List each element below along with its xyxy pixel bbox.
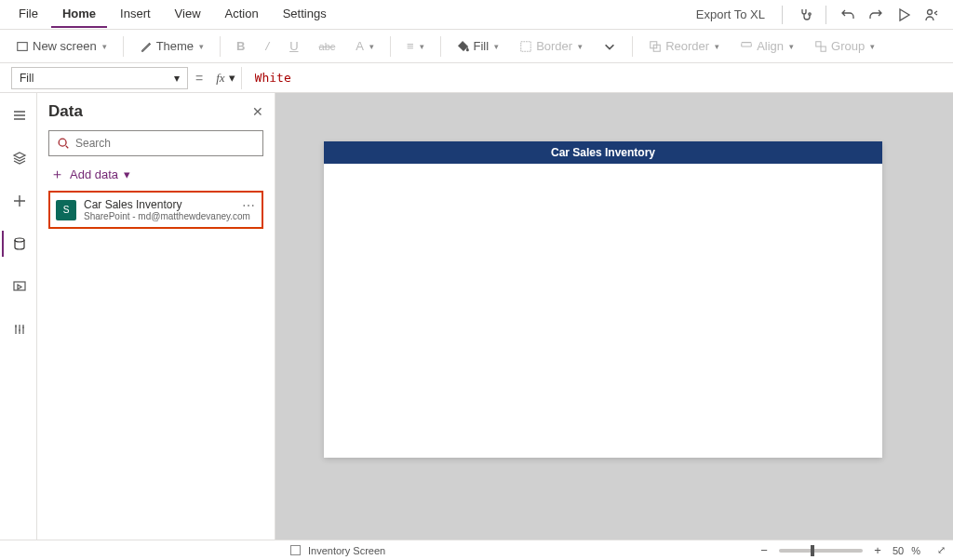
theme-button[interactable]: Theme ▾ [131, 34, 212, 58]
fontcolor-button[interactable]: A ▾ [347, 34, 383, 58]
canvas-area[interactable]: Car Sales Inventory [275, 93, 953, 540]
plus-icon: ＋ [50, 166, 64, 183]
align2-button[interactable]: Align ▾ [732, 34, 802, 58]
menu-settings[interactable]: Settings [272, 1, 338, 28]
chevron-down-icon: ▾ [715, 42, 719, 51]
play-icon[interactable] [890, 1, 918, 29]
sharepoint-icon: S [56, 200, 76, 220]
separator [220, 36, 221, 57]
separator [390, 36, 391, 57]
media-icon[interactable] [2, 273, 35, 300]
formula-input[interactable] [249, 67, 942, 89]
chevron-down-icon: ▾ [578, 42, 583, 51]
zoom-value: 50 [893, 545, 904, 556]
undo-icon[interactable] [834, 1, 862, 29]
redo-icon[interactable] [862, 1, 890, 29]
menu-file[interactable]: File [7, 1, 49, 28]
menu-action[interactable]: Action [214, 1, 270, 28]
expand-button[interactable] [595, 35, 624, 58]
main-area: Data ✕ ＋ Add data ▾ S Car Sales Inventor… [0, 93, 953, 540]
canvas-screen[interactable]: Car Sales Inventory [324, 141, 882, 458]
chevron-down-icon: ▾ [229, 71, 235, 85]
data-panel: Data ✕ ＋ Add data ▾ S Car Sales Inventor… [37, 93, 275, 540]
property-name: Fill [20, 72, 34, 85]
svg-rect-6 [816, 41, 821, 46]
menu-bar: File Home Insert View Action Settings Ex… [0, 0, 953, 30]
panel-title: Data [48, 102, 83, 121]
search-box[interactable] [48, 130, 263, 156]
layers-icon[interactable] [2, 145, 35, 171]
zoom-out-button[interactable]: − [757, 543, 772, 557]
property-selector[interactable]: Fill ▾ [11, 67, 188, 89]
screen-header-label[interactable]: Car Sales Inventory [324, 141, 882, 164]
add-data-label: Add data [70, 167, 118, 181]
separator [825, 6, 826, 24]
fill-button[interactable]: Fill ▾ [449, 34, 508, 58]
separator [123, 36, 124, 57]
export-button[interactable]: Export To XL [687, 4, 774, 25]
zoom-slider[interactable] [779, 549, 863, 553]
chevron-down-icon: ▾ [124, 167, 130, 181]
underline-button[interactable]: U [281, 34, 306, 58]
reorder-label: Reorder [665, 39, 709, 53]
screen-checkbox[interactable] [290, 545, 301, 555]
menu-left: File Home Insert View Action Settings [7, 1, 338, 28]
svg-point-8 [15, 238, 24, 242]
strike-button[interactable]: abc [311, 36, 344, 57]
group-button[interactable]: Group ▾ [806, 34, 883, 58]
menu-home[interactable]: Home [51, 1, 107, 28]
bold-button[interactable]: B [228, 34, 253, 58]
reorder-button[interactable]: Reorder ▾ [640, 34, 728, 58]
screen-name-label: Inventory Screen [308, 545, 385, 556]
advanced-icon[interactable] [2, 316, 35, 342]
search-icon [57, 137, 70, 150]
menu-insert[interactable]: Insert [109, 1, 162, 28]
svg-point-0 [809, 12, 811, 14]
separator [440, 36, 441, 57]
chevron-down-icon: ▾ [369, 42, 374, 51]
health-icon[interactable] [790, 1, 818, 29]
align-icon: ≡ [407, 39, 414, 53]
datasource-name: Car Sales Inventory [84, 198, 250, 211]
zoom-suffix: % [911, 545, 920, 556]
datasource-text: Car Sales Inventory SharePoint - md@matt… [84, 198, 250, 221]
chevron-down-icon: ▾ [789, 42, 794, 51]
more-icon[interactable]: ⋯ [242, 198, 256, 213]
data-icon[interactable] [2, 231, 35, 257]
add-data-button[interactable]: ＋ Add data ▾ [50, 166, 263, 183]
theme-label: Theme [156, 39, 194, 53]
chevron-down-icon: ▾ [870, 42, 875, 51]
chevron-down-icon: ▾ [102, 42, 107, 51]
new-screen-button[interactable]: New screen ▾ [7, 34, 115, 58]
left-rail [0, 93, 37, 540]
svg-rect-3 [521, 41, 531, 51]
close-icon[interactable]: ✕ [252, 104, 263, 119]
align-button[interactable]: ≡ ▾ [398, 34, 433, 58]
status-bar: Inventory Screen − + 50 % ⤢ [0, 540, 953, 560]
datasource-subtitle: SharePoint - md@matthewdevaney.com [84, 211, 250, 221]
fx-label: fx [216, 71, 224, 86]
new-screen-label: New screen [33, 39, 97, 53]
fontcolor-label: A [356, 39, 364, 53]
separator [632, 36, 633, 57]
insert-icon[interactable] [2, 188, 35, 214]
equals-label: = [195, 71, 203, 86]
align2-label: Align [757, 39, 784, 53]
share-icon[interactable] [918, 1, 946, 29]
datasource-item[interactable]: S Car Sales Inventory SharePoint - md@ma… [48, 191, 263, 229]
search-input[interactable] [75, 137, 255, 150]
border-button[interactable]: Border ▾ [511, 34, 591, 58]
ribbon: New screen ▾ Theme ▾ B / U abc A ▾ ≡ ▾ F… [0, 30, 953, 63]
zoom-thumb[interactable] [811, 545, 814, 556]
fx-box[interactable]: fx ▾ [210, 67, 241, 89]
tree-view-icon[interactable] [2, 102, 35, 128]
svg-point-10 [59, 139, 66, 146]
fit-icon[interactable]: ⤢ [937, 544, 946, 556]
menu-right: Export To XL [687, 1, 946, 29]
menu-view[interactable]: View [164, 1, 212, 28]
italic-button[interactable]: / [258, 34, 278, 58]
zoom-in-button[interactable]: + [870, 543, 885, 557]
fill-label: Fill [474, 39, 490, 53]
formula-bar: Fill ▾ = fx ▾ [0, 63, 953, 93]
svg-rect-7 [821, 47, 825, 51]
